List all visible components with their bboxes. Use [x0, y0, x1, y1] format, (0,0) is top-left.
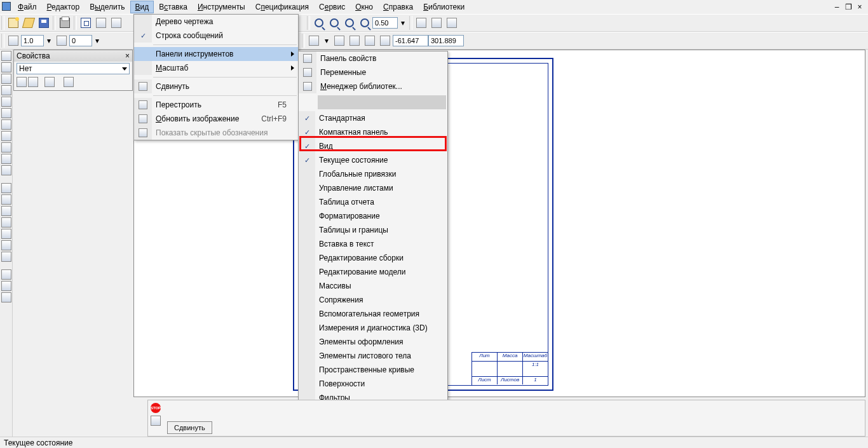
vtool-d-icon[interactable] — [1, 240, 11, 250]
vtool-select-icon[interactable] — [1, 131, 11, 141]
menuitem-строка-сообщений[interactable]: Строка сообщений — [134, 29, 298, 43]
menuitem-сдвинуть[interactable]: Сдвинуть — [134, 79, 298, 93]
menu-инструменты[interactable]: Инструменты — [193, 1, 250, 13]
vtool-dim-icon[interactable] — [1, 62, 11, 72]
preview-button[interactable] — [79, 16, 93, 30]
vtool-f-icon[interactable] — [1, 269, 11, 280]
panelitem-менеджер-библиотек-[interactable]: Менеджер библиотек... — [299, 79, 447, 93]
save-button[interactable] — [37, 16, 51, 30]
zoom-fit-button[interactable] — [358, 16, 372, 30]
vtool-h-icon[interactable] — [1, 292, 11, 302]
prop-help-icon[interactable] — [64, 77, 74, 87]
panelitem-вставка-в-текст[interactable]: Вставка в текст — [299, 237, 447, 251]
panelitem-переменные[interactable]: Переменные — [299, 65, 447, 79]
vtool-b-icon[interactable] — [1, 217, 11, 227]
vtool-e-icon[interactable] — [1, 252, 11, 262]
menu-справка[interactable]: Справка — [378, 1, 418, 13]
grid-button[interactable] — [6, 34, 20, 48]
menuitem-масштаб[interactable]: Масштаб — [134, 61, 298, 75]
prop-tool-2-icon[interactable] — [28, 77, 38, 87]
coord-y[interactable] — [428, 35, 464, 46]
vtool-c-icon[interactable] — [1, 229, 11, 239]
panelitem-стандартная[interactable]: Стандартная — [299, 111, 447, 125]
panelitem-вспомогательная-геометрия[interactable]: Вспомогательная геометрия — [299, 307, 447, 321]
snap-round-button[interactable] — [348, 34, 362, 48]
open-button[interactable] — [22, 16, 36, 30]
panelitem-форматирование[interactable]: Форматирование — [299, 209, 447, 223]
vtool-text-icon[interactable] — [1, 85, 11, 95]
step-dropdown[interactable]: ▾ — [93, 34, 102, 48]
print-button[interactable] — [58, 16, 72, 30]
vtool-geometry-icon[interactable] — [1, 51, 11, 61]
menu-выделить[interactable]: Выделить — [85, 1, 130, 13]
menuitem-перестроить[interactable]: ПерестроитьF5 — [134, 98, 298, 112]
layer-button[interactable] — [55, 34, 69, 48]
vtool-a-icon[interactable] — [1, 206, 11, 216]
vtool-views-icon[interactable] — [1, 183, 11, 193]
panelitem-управление-листами[interactable]: Управление листами — [299, 181, 447, 195]
panelitem-таблица-отчета[interactable]: Таблица отчета — [299, 195, 447, 209]
zoom-window-button[interactable] — [312, 16, 326, 30]
menuitem-панели-инструментов[interactable]: Панели инструментов — [134, 47, 298, 61]
prop-tool-1-icon[interactable] — [17, 77, 27, 87]
vtool-g-icon[interactable] — [1, 281, 11, 291]
zoom-out-button[interactable] — [342, 16, 356, 30]
vtool-reports-icon[interactable] — [1, 154, 11, 164]
panelitem-редактирование-модели[interactable]: Редактирование модели — [299, 265, 447, 279]
vtool-assoc-icon[interactable] — [1, 194, 11, 205]
menu-окно[interactable]: Окно — [350, 1, 378, 13]
panelitem-редактирование-сборки[interactable]: Редактирование сборки — [299, 251, 447, 265]
menu-файл[interactable]: Файл — [13, 1, 42, 13]
vtool-edit-icon[interactable] — [1, 97, 11, 107]
panelitem-массивы[interactable]: Массивы — [299, 279, 447, 293]
step-input[interactable] — [69, 35, 92, 46]
vtool-measure-icon[interactable] — [1, 119, 11, 130]
menu-спецификация[interactable]: Спецификация — [250, 1, 314, 13]
snap-ortho-button[interactable] — [332, 34, 346, 48]
rebuild-button[interactable] — [430, 16, 444, 30]
tool-generic-1[interactable] — [94, 16, 108, 30]
coord-x[interactable] — [393, 35, 428, 46]
move-button[interactable]: Сдвинуть — [167, 421, 212, 434]
snap-grid-dropdown[interactable]: ▾ — [322, 34, 331, 48]
panelitem-таблицы-и-границы[interactable]: Таблицы и границы — [299, 223, 447, 237]
panelitem-поверхности[interactable]: Поверхности — [299, 377, 447, 391]
panelitem-пространственные-кривые[interactable]: Пространственные кривые — [299, 363, 447, 377]
panelitem-измерения-и-диагностика-3d-[interactable]: Измерения и диагностика (3D) — [299, 321, 447, 335]
close-button[interactable]: × — [855, 3, 864, 11]
menu-вид[interactable]: Вид — [130, 1, 154, 13]
panelitem-элементы-листового-тела[interactable]: Элементы листового тела — [299, 349, 447, 363]
scale-input[interactable] — [21, 35, 44, 46]
snap-local-button[interactable] — [363, 34, 377, 48]
panelitem-компактная-панель[interactable]: Компактная панель — [299, 125, 447, 139]
restore-button[interactable]: ❐ — [844, 3, 853, 11]
panelitem-глобальные-привязки[interactable]: Глобальные привязки — [299, 167, 447, 181]
snap-grid-button[interactable] — [307, 34, 321, 48]
menu-вставка[interactable]: Вставка — [154, 1, 193, 13]
prop-tool-3-icon[interactable] — [44, 77, 55, 87]
panelitem-текущее-состояние[interactable]: Текущее состояние — [299, 153, 447, 167]
properties-close-button[interactable]: × — [123, 51, 132, 60]
menu-редактор[interactable]: Редактор — [42, 1, 85, 13]
panelitem-сопряжения[interactable]: Сопряжения — [299, 293, 447, 307]
menu-библиотеки[interactable]: Библиотеки — [418, 1, 470, 13]
tool-generic-2[interactable] — [109, 16, 123, 30]
properties-combo[interactable]: Нет — [17, 63, 130, 74]
vtool-desig-icon[interactable] — [1, 74, 11, 84]
vtool-param-icon[interactable] — [1, 108, 11, 118]
new-button[interactable] — [6, 16, 20, 30]
vtool-spec-icon[interactable] — [1, 142, 11, 153]
zoom-in-button[interactable] — [327, 16, 341, 30]
vtool-insert-icon[interactable] — [1, 165, 11, 175]
panelitem-вид[interactable]: Вид — [299, 139, 447, 153]
scale-dropdown[interactable]: ▾ — [44, 34, 53, 48]
menu-сервис[interactable]: Сервис — [314, 1, 350, 13]
refresh-button[interactable] — [445, 16, 459, 30]
pan-button[interactable] — [414, 16, 428, 30]
menuitem-дерево-чертежа[interactable]: Дерево чертежа — [134, 15, 298, 29]
minimize-button[interactable]: – — [832, 3, 841, 11]
zoom-input[interactable] — [372, 17, 398, 29]
panelitem-элементы-оформления[interactable]: Элементы оформления — [299, 335, 447, 349]
panelitem-панель-свойств[interactable]: Панель свойств — [299, 51, 447, 65]
stop-icon[interactable]: STOP — [151, 403, 161, 413]
